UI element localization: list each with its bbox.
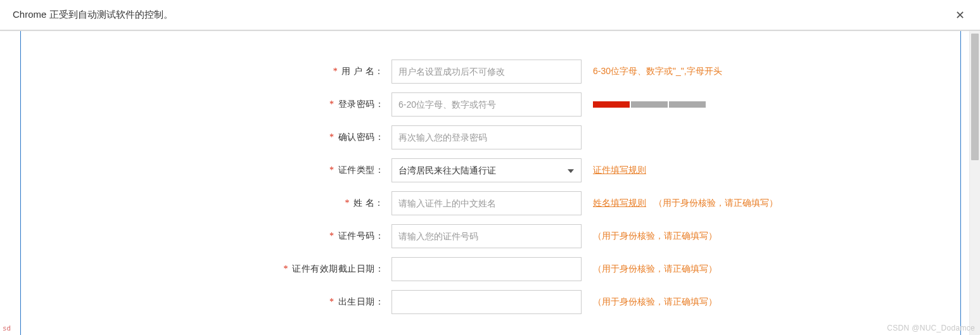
label-birth: *出生日期： bbox=[21, 296, 391, 308]
row-expiry: *证件有效期截止日期： （用于身份核验，请正确填写） bbox=[21, 253, 960, 286]
close-icon[interactable]: ✕ bbox=[955, 8, 965, 22]
form-frame: *用 户 名： 6-30位字母、数字或"_",字母开头 *登录密码： bbox=[20, 31, 961, 335]
required-star: * bbox=[345, 198, 350, 208]
idnum-hint: （用于身份核验，请正确填写） bbox=[593, 231, 717, 242]
idnum-input[interactable] bbox=[391, 224, 582, 248]
label-idtype: *证件类型： bbox=[21, 165, 391, 176]
watermark: CSDN @NUC_Dodamce bbox=[887, 324, 975, 332]
row-name: *姓 名： 姓名填写规则 （用于身份核验，请正确填写） bbox=[21, 187, 960, 220]
row-username: *用 户 名： 6-30位字母、数字或"_",字母开头 bbox=[21, 55, 960, 88]
required-star: * bbox=[329, 297, 334, 307]
label-confirm: *确认密码： bbox=[21, 132, 391, 143]
row-password: *登录密码： bbox=[21, 88, 960, 121]
label-idnum: *证件号码： bbox=[21, 231, 391, 242]
password-strength-bar bbox=[593, 101, 706, 108]
label-expiry: *证件有效期截止日期： bbox=[21, 263, 391, 275]
expiry-input[interactable] bbox=[391, 257, 582, 281]
vertical-scrollbar[interactable]: ▲ bbox=[969, 31, 980, 335]
row-birth: *出生日期： （用于身份核验，请正确填写） bbox=[21, 286, 960, 319]
label-username: *用 户 名： bbox=[21, 66, 391, 77]
required-star: * bbox=[333, 66, 338, 76]
scrollbar-thumb[interactable] bbox=[971, 34, 979, 160]
name-hint: （用于身份核验，请正确填写） bbox=[654, 198, 778, 209]
birth-input[interactable] bbox=[391, 290, 582, 314]
strength-seg-2 bbox=[631, 101, 668, 108]
page-area: *用 户 名： 6-30位字母、数字或"_",字母开头 *登录密码： bbox=[0, 30, 980, 335]
expiry-hint: （用于身份核验，请正确填写） bbox=[593, 263, 717, 275]
row-confirm: *确认密码： bbox=[21, 121, 960, 154]
automation-info-bar: Chrome 正受到自动测试软件的控制。 ✕ bbox=[0, 0, 980, 30]
required-star: * bbox=[329, 132, 334, 142]
idtype-select[interactable]: 台湾居民来往大陆通行证 bbox=[391, 158, 582, 182]
strength-seg-1 bbox=[593, 101, 630, 108]
username-hint: 6-30位字母、数字或"_",字母开头 bbox=[593, 66, 722, 77]
confirm-password-input[interactable] bbox=[391, 125, 582, 149]
required-star: * bbox=[329, 165, 334, 175]
label-password: *登录密码： bbox=[21, 99, 391, 110]
required-star: * bbox=[329, 231, 334, 241]
name-input[interactable] bbox=[391, 191, 582, 215]
row-idtype: *证件类型： 台湾居民来往大陆通行证 证件填写规则 bbox=[21, 154, 960, 187]
required-star: * bbox=[284, 264, 289, 274]
label-name: *姓 名： bbox=[21, 198, 391, 209]
row-idnum: *证件号码： （用于身份核验，请正确填写） bbox=[21, 220, 960, 253]
strength-seg-3 bbox=[669, 101, 706, 108]
name-rules-link[interactable]: 姓名填写规则 bbox=[593, 198, 646, 209]
required-star: * bbox=[329, 99, 334, 109]
password-input[interactable] bbox=[391, 92, 582, 117]
sd-mark: sd bbox=[3, 324, 11, 332]
username-input[interactable] bbox=[391, 60, 582, 84]
idtype-rules-link[interactable]: 证件填写规则 bbox=[593, 165, 646, 176]
automation-message: Chrome 正受到自动测试软件的控制。 bbox=[13, 9, 173, 21]
birth-hint: （用于身份核验，请正确填写） bbox=[593, 296, 717, 308]
